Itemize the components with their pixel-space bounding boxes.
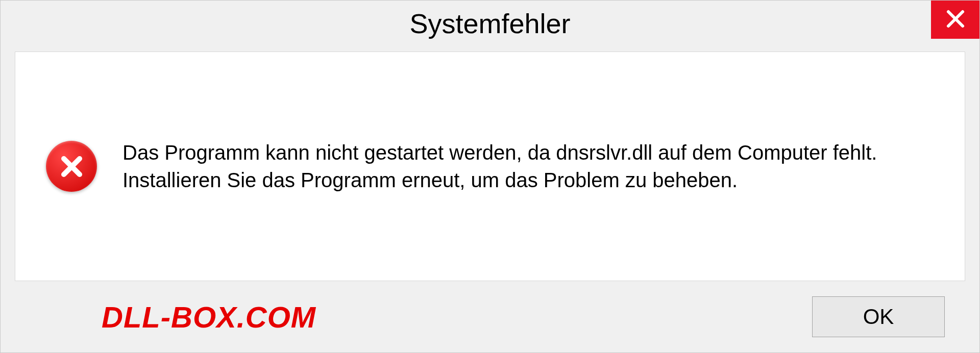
watermark-text: DLL-BOX.COM [102, 300, 316, 334]
close-icon [945, 9, 966, 31]
dialog-title: Systemfehler [409, 8, 570, 39]
ok-button[interactable]: OK [812, 296, 945, 337]
content-area: Das Programm kann nicht gestartet werden… [1, 46, 979, 352]
message-box: Das Programm kann nicht gestartet werden… [15, 52, 965, 281]
error-message: Das Programm kann nicht gestartet werden… [122, 139, 934, 194]
error-icon [46, 141, 97, 192]
titlebar: Systemfehler [1, 1, 979, 46]
dialog-footer: DLL-BOX.COM OK [15, 296, 965, 342]
error-icon-wrapper [46, 141, 97, 192]
close-button[interactable] [931, 1, 979, 39]
error-dialog: Systemfehler Das Programm kann [0, 0, 980, 353]
